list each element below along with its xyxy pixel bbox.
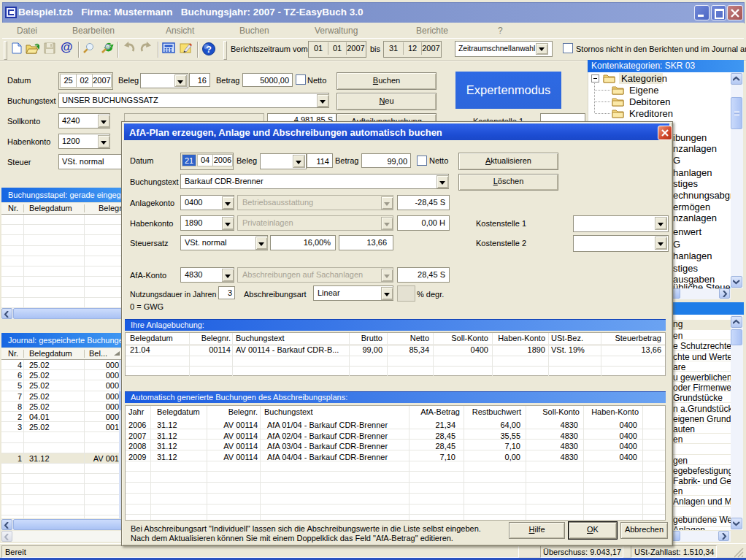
svg-text:?: ? bbox=[206, 44, 212, 55]
